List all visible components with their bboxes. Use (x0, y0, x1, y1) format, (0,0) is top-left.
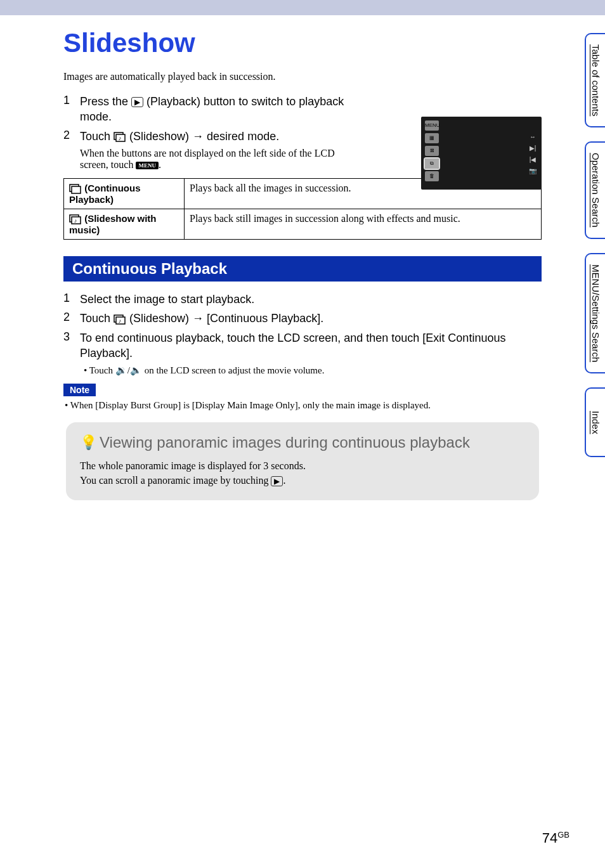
lcd-menu-icon: MENU (425, 120, 439, 131)
note-text-content: When [Display Burst Group] is [Display M… (70, 400, 431, 410)
lcd-right-icons: ↔ ▶| |◀ 📷 (528, 133, 538, 175)
note-badge: Note (63, 384, 96, 396)
step-number: 2 (63, 311, 75, 324)
cp-steps: 1 Select the image to start playback. 2 … (63, 292, 542, 376)
page-number: 74GB (542, 830, 569, 846)
step-number: 2 (63, 129, 75, 142)
slideshow-music-icon: ♪ (69, 214, 82, 224)
step-text-after: (Slideshow) → desired mode. (129, 130, 279, 143)
menu-badge-icon: MENU (136, 162, 159, 169)
section-heading-continuous-playback: Continuous Playback (63, 256, 542, 282)
volume-icons: 🔉/🔈 (115, 365, 142, 375)
slideshow-icon: ♪ (114, 132, 126, 142)
step-text-after: (Slideshow) → [Continuous Playback]. (129, 312, 323, 325)
page-title: Slideshow (63, 28, 542, 58)
step-text: Touch ♪ (Slideshow) → desired mode. (80, 129, 279, 144)
step-text-before: Touch (80, 312, 114, 325)
cp-step-1: 1 Select the image to start playback. (63, 292, 542, 307)
svg-rect-4 (72, 186, 81, 193)
cp-bullet: • Touch 🔉/🔈 on the LCD screen to adjust … (91, 365, 542, 376)
tip-line-2: You can scroll a panoramic image by touc… (80, 474, 525, 488)
tip-title: 💡 Viewing panoramic images during contin… (80, 434, 525, 451)
cp-bullet-after: on the LCD screen to adjust the movie vo… (142, 365, 324, 375)
cp-step-3: 3 To end continuous playback, touch the … (63, 330, 542, 361)
lcd-prev-icon: |◀ (528, 156, 538, 164)
step-number: 3 (63, 330, 75, 344)
lcd-next-icon: ▶| (528, 145, 538, 152)
lcd-index-icon: ⊠ (425, 146, 439, 156)
playback-button-icon: ▶ (131, 97, 143, 107)
lcd-wide-icon: ↔ (528, 133, 538, 141)
tip-lightbulb-icon: 💡 (80, 434, 97, 451)
mode-label-text: (Slideshow with music) (69, 213, 157, 235)
step-text-before: Touch (80, 130, 114, 143)
lcd-camera-icon: 📷 (528, 167, 538, 175)
page-content: Slideshow Images are automatically playe… (0, 15, 605, 500)
tip-line-1: The whole panoramic image is displayed f… (80, 459, 525, 473)
step-2: 2 Touch ♪ (Slideshow) → desired mode. (63, 129, 361, 144)
tip-line-2-before: You can scroll a panoramic image by touc… (80, 475, 271, 486)
tip-title-text: Viewing panoramic images during continuo… (100, 434, 470, 451)
step-text: To end continuous playback, touch the LC… (80, 330, 542, 361)
cp-bullet-before: Touch (89, 365, 115, 375)
step-number: 1 (63, 94, 75, 107)
step-sub-after: . (159, 159, 161, 170)
step-text: Touch ♪ (Slideshow) → [Continuous Playba… (80, 311, 323, 326)
step-1: 1 Press the ▶ (Playback) button to switc… (63, 94, 361, 125)
cp-step-2: 2 Touch ♪ (Slideshow) → [Continuous Play… (63, 311, 542, 326)
tip-box: 💡 Viewing panoramic images during contin… (66, 422, 539, 500)
play-scroll-icon: ▶ (271, 476, 283, 486)
slideshow-icon: ♪ (114, 314, 126, 325)
svg-text:♪: ♪ (119, 318, 122, 324)
top-bar (0, 0, 605, 15)
tip-body: The whole panoramic image is displayed f… (80, 459, 525, 488)
step-sub-before: When the buttons are not displayed on th… (80, 148, 335, 170)
mode-desc: Plays back still images in succession al… (185, 209, 542, 239)
page-suffix: GB (557, 830, 569, 839)
lcd-preview: MENU ▦ ⊠ ⧉ 🗑 ↔ ▶| |◀ 📷 (421, 117, 542, 190)
lcd-slideshow-icon: ⧉ (425, 159, 439, 169)
step-text: Press the ▶ (Playback) button to switch … (80, 94, 361, 125)
intro-text: Images are automatically played back in … (63, 71, 542, 82)
table-row: ♪ (Slideshow with music) Plays back stil… (64, 209, 542, 239)
main-steps: 1 Press the ▶ (Playback) button to switc… (63, 94, 361, 171)
lcd-calendar-icon: ▦ (425, 133, 439, 143)
step-number: 1 (63, 292, 75, 305)
lcd-trash-icon: 🗑 (425, 171, 439, 181)
lcd-left-icons: MENU ▦ ⊠ ⧉ 🗑 (425, 120, 439, 181)
step-text-before: Press the (80, 95, 131, 108)
tip-line-2-after: . (283, 475, 285, 486)
mode-label: (Continuous Playback) (64, 178, 185, 209)
step-text: Select the image to start playback. (80, 292, 254, 307)
svg-text:♪: ♪ (74, 217, 77, 224)
mode-label: ♪ (Slideshow with music) (64, 209, 185, 239)
svg-text:♪: ♪ (119, 135, 122, 141)
note-text: • When [Display Burst Group] is [Display… (72, 400, 542, 411)
page-number-value: 74 (542, 830, 557, 846)
step-2-sub: When the buttons are not displayed on th… (80, 148, 361, 171)
continuous-playback-icon (69, 184, 82, 194)
